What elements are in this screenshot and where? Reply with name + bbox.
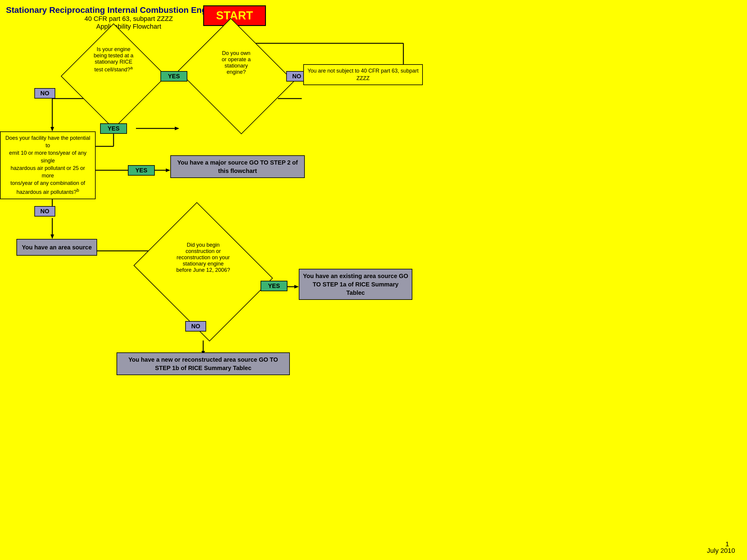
- question-potential-emit: Does your facility have the potential to…: [0, 131, 96, 199]
- no-box-d1: NO: [34, 88, 55, 99]
- area-source-box: You have an area source: [17, 239, 97, 256]
- svg-marker-22: [51, 235, 54, 239]
- diamond-own-operate: [178, 18, 294, 134]
- yes-box-d4: YES: [261, 281, 287, 291]
- existing-area-source-box: You have an existing area source GO TO S…: [299, 269, 412, 300]
- new-area-source-box: You have a new or reconstructed area sou…: [117, 352, 290, 375]
- yes-box-1: YES: [160, 71, 187, 82]
- yes-box-bottom-d1: YES: [100, 123, 127, 134]
- no-box-potential: NO: [34, 206, 55, 216]
- svg-marker-6: [51, 127, 54, 131]
- not-subject-box: You are not subject to 40 CFR part 63, s…: [303, 64, 423, 85]
- no-box-d4: NO: [185, 321, 206, 331]
- yes-box-potential: YES: [128, 165, 155, 176]
- svg-marker-13: [175, 127, 179, 130]
- date-label: July 2010: [707, 547, 735, 555]
- diamond-construction: [134, 202, 273, 342]
- svg-marker-19: [166, 168, 170, 172]
- major-source-box: You have a major source GO TO STEP 2 of …: [170, 155, 305, 178]
- svg-marker-27: [294, 285, 299, 289]
- diamond-test-cell: [61, 23, 166, 129]
